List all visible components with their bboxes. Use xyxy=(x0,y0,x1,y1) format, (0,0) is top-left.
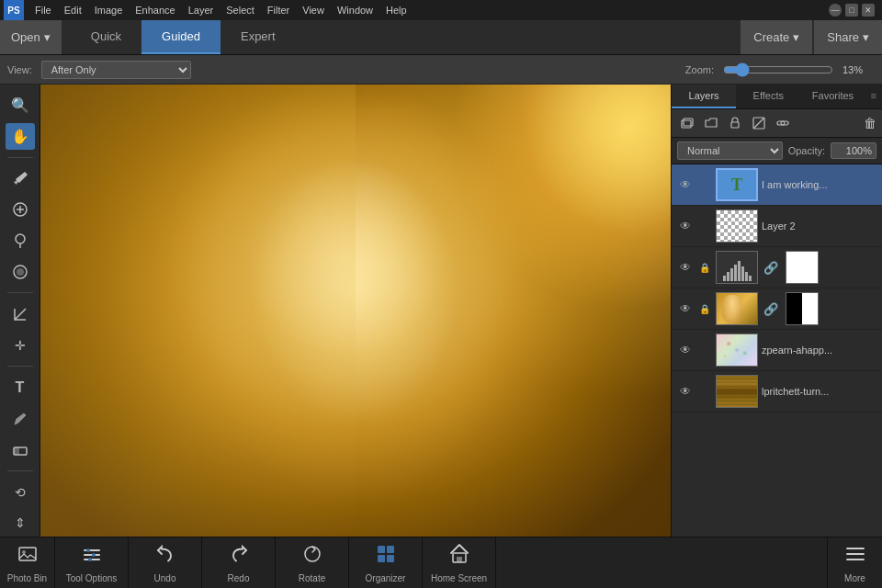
layer-visibility-text[interactable]: 👁 xyxy=(677,176,694,193)
maximize-button[interactable]: □ xyxy=(845,4,858,17)
separator-3 xyxy=(7,366,33,367)
layer-item-wood[interactable]: 👁 lpritchett-turn... xyxy=(672,371,882,413)
top-toolbar: Open ▾ Quick Guided Expert Create ▾ Shar… xyxy=(0,20,882,55)
app-logo: PS xyxy=(4,0,24,20)
layer-visibility-portrait[interactable]: 👁 xyxy=(677,300,694,317)
opacity-input[interactable] xyxy=(831,142,876,159)
delete-layer-icon[interactable]: 🗑 xyxy=(864,116,876,130)
organizer-button[interactable]: Organizer xyxy=(349,537,423,589)
layer-item-text[interactable]: 👁 T I am working... xyxy=(672,164,882,206)
organizer-label: Organizer xyxy=(366,573,406,583)
menu-edit[interactable]: Edit xyxy=(59,3,87,17)
home-screen-button[interactable]: Home Screen xyxy=(423,537,496,589)
detail-brush-tool[interactable] xyxy=(6,258,35,286)
undo-label: Undo xyxy=(154,573,176,583)
opacity-label: Opacity: xyxy=(788,145,825,156)
minimize-button[interactable]: — xyxy=(829,4,842,17)
layer-thumbnail-wood xyxy=(716,375,758,408)
tab-expert[interactable]: Expert xyxy=(220,20,296,54)
layer-item-histogram[interactable]: 👁 🔒 🔗 xyxy=(672,247,882,288)
layer-chain-icon-histogram: 🔗 xyxy=(763,261,778,275)
photo-bin-button[interactable]: Photo Bin xyxy=(0,537,55,589)
svg-point-21 xyxy=(88,558,92,561)
create-group-icon[interactable] xyxy=(701,113,721,133)
home-screen-icon xyxy=(448,543,470,571)
layer-visibility-2[interactable]: 👁 xyxy=(677,218,694,234)
create-arrow-icon: ▾ xyxy=(793,30,799,44)
view-select[interactable]: After Only Before Only Before & After - … xyxy=(41,61,191,79)
smart-brush-tool[interactable] xyxy=(6,227,35,254)
crop-tool[interactable] xyxy=(6,300,35,328)
create-label: Create xyxy=(753,30,789,44)
type-tool[interactable]: T xyxy=(6,374,35,401)
svg-rect-27 xyxy=(457,557,462,562)
panel-menu-icon[interactable]: ≡ xyxy=(865,85,882,108)
zoom-label: Zoom: xyxy=(685,64,714,75)
undo-icon xyxy=(154,543,176,571)
layer-item-portrait[interactable]: 👁 🔒 🔗 xyxy=(672,288,882,330)
layer-item-floral[interactable]: 👁 zpearn-ahapp... xyxy=(672,330,882,371)
lock-transparent-icon[interactable] xyxy=(749,113,769,133)
eyedropper-tool[interactable] xyxy=(6,165,35,193)
undo-button[interactable]: Undo xyxy=(129,537,202,589)
transform-tool[interactable]: ⟲ xyxy=(6,479,35,506)
hand-tool[interactable]: ✋ xyxy=(6,123,35,151)
open-button[interactable]: Open ▾ xyxy=(0,20,62,54)
tab-quick[interactable]: Quick xyxy=(71,20,141,54)
layer-visibility-wood[interactable]: 👁 xyxy=(677,383,694,400)
menu-select[interactable]: Select xyxy=(220,3,260,17)
menu-view[interactable]: View xyxy=(297,3,330,17)
layer-name-2: Layer 2 xyxy=(762,220,876,232)
menu-file[interactable]: File xyxy=(29,3,57,17)
layer-lock-text xyxy=(697,177,712,192)
eraser-tool[interactable] xyxy=(6,435,35,463)
layers-list: 👁 T I am working... 👁 Layer 2 👁 🔒 xyxy=(672,164,882,537)
canvas-image xyxy=(40,85,671,537)
layer-toolbar: 🗑 xyxy=(672,109,882,138)
canvas-area[interactable] xyxy=(40,85,671,537)
layer-thumbnail-histogram xyxy=(716,251,758,284)
menu-window[interactable]: Window xyxy=(332,3,379,17)
menu-help[interactable]: Help xyxy=(380,3,413,17)
menu-bar: PS File Edit Image Enhance Layer Select … xyxy=(0,0,882,20)
tool-options-button[interactable]: Tool Options xyxy=(55,537,129,589)
zoom-tool[interactable]: 🔍 xyxy=(6,92,35,119)
rotate-label: Rotate xyxy=(299,573,325,583)
create-button[interactable]: Create ▾ xyxy=(741,20,812,54)
link-layers-icon[interactable] xyxy=(773,113,793,133)
healing-tool[interactable] xyxy=(6,197,35,224)
zoom-slider[interactable] xyxy=(723,62,833,77)
arrange-tool[interactable]: ⇕ xyxy=(6,509,35,537)
rotate-button[interactable]: Rotate xyxy=(276,537,349,589)
menu-image[interactable]: Image xyxy=(89,3,129,17)
organizer-icon xyxy=(375,543,397,571)
blend-mode-select[interactable]: Normal Dissolve Multiply Screen Overlay xyxy=(677,141,783,160)
svg-rect-16 xyxy=(84,549,100,551)
redo-button[interactable]: Redo xyxy=(202,537,276,589)
share-button[interactable]: Share ▾ xyxy=(814,20,882,54)
close-button[interactable]: ✕ xyxy=(862,4,875,17)
svg-rect-11 xyxy=(731,122,739,128)
menu-layer[interactable]: Layer xyxy=(183,3,220,17)
redo-icon xyxy=(228,543,250,571)
tab-layers[interactable]: Layers xyxy=(672,85,736,108)
layer-visibility-histogram[interactable]: 👁 xyxy=(677,259,694,276)
layer-name-floral: zpearn-ahapp... xyxy=(762,345,876,356)
layer-item-2[interactable]: 👁 Layer 2 xyxy=(672,206,882,247)
secondary-toolbar: View: After Only Before Only Before & Af… xyxy=(0,55,882,85)
create-new-layer-icon[interactable] xyxy=(677,113,697,133)
tab-guided[interactable]: Guided xyxy=(141,20,220,54)
layer-lock-portrait: 🔒 xyxy=(697,301,712,316)
layer-name-text: I am working... xyxy=(762,179,876,190)
tab-effects[interactable]: Effects xyxy=(736,85,800,108)
tab-favorites[interactable]: Favorites xyxy=(800,85,865,108)
svg-point-19 xyxy=(86,548,90,552)
lock-layer-icon[interactable] xyxy=(725,113,745,133)
layer-visibility-floral[interactable]: 👁 xyxy=(677,342,694,358)
menu-filter[interactable]: Filter xyxy=(262,3,295,17)
mode-tabs: Quick Guided Expert xyxy=(71,20,296,54)
move-tool[interactable]: ✛ xyxy=(6,332,35,359)
more-button[interactable]: More xyxy=(827,537,882,589)
draw-tool[interactable] xyxy=(6,405,35,433)
menu-enhance[interactable]: Enhance xyxy=(130,3,180,17)
